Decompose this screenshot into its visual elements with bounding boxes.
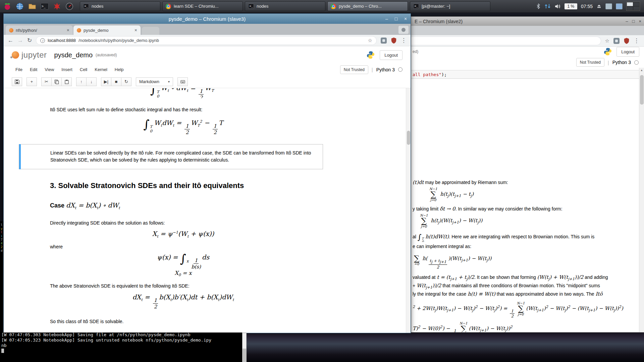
- scroll-up-icon[interactable]: ▲: [639, 68, 644, 72]
- formula-psi: ψ(x) = ∫x 1b(s)ds: [50, 253, 316, 270]
- eject-icon[interactable]: [596, 4, 602, 9]
- tab-close-icon[interactable]: ×: [135, 27, 137, 33]
- jupyter-menubar-fragment: Not Trusted | Python 3: [411, 57, 644, 68]
- logout-button[interactable]: Logout: [616, 47, 639, 57]
- chevron-down-icon: ▾: [168, 80, 170, 83]
- shield-extension-icon[interactable]: [624, 38, 630, 44]
- notebook-area[interactable]: ∫T0Wt ∘ dWt = 12WT2 Itô SDE uses left su…: [4, 88, 411, 333]
- forward-icon[interactable]: →: [17, 37, 23, 44]
- terminal-window[interactable]: [W 07:47:05.303 NotebookApp] Saving file…: [0, 333, 247, 362]
- math-line: N−1∑j=0 h(tj)(tj+1 − tj): [413, 187, 638, 202]
- page-info-icon[interactable]: i: [40, 38, 45, 43]
- scrollbar-thumb[interactable]: [243, 333, 246, 349]
- extension-icon[interactable]: [381, 38, 387, 44]
- taskbar-window-pi-master[interactable]: >_[pi@master: ~]: [410, 1, 490, 11]
- scrollbar-thumb[interactable]: [640, 75, 644, 105]
- tab-nfs-python[interactable]: nfs/python/ ×: [6, 25, 73, 35]
- tab-close-icon[interactable]: ×: [67, 27, 69, 33]
- terminal-launcher-icon[interactable]: >_: [40, 2, 49, 11]
- menu-file[interactable]: File: [12, 65, 26, 74]
- minimize-button[interactable]: –: [626, 19, 628, 24]
- display-tray-icon[interactable]: [605, 3, 612, 9]
- battery-indicator[interactable]: 1 %: [565, 3, 577, 9]
- menu-help[interactable]: Help: [111, 65, 127, 74]
- url-path: /notebooks/nfs/python/pysde_demo.ipynb: [78, 38, 159, 43]
- cell-type-dropdown[interactable]: Markdown▾: [136, 77, 173, 86]
- cut-cell-button[interactable]: ✂: [41, 77, 52, 86]
- not-trusted-button[interactable]: Not Trusted: [576, 58, 604, 67]
- window-chromium-slave2[interactable]: E – Chromium (slave2) – □ × ☆ ⋮ ed) Logo…: [411, 16, 644, 333]
- selected-markdown-cell[interactable]: Linear SDEs can be solved directly by th…: [19, 144, 323, 169]
- close-button[interactable]: ×: [402, 16, 409, 21]
- profile-icon[interactable]: [398, 26, 409, 34]
- gauge-app-icon[interactable]: [65, 2, 74, 11]
- window-chromium-slave3[interactable]: pysde_demo – Chromium (slave3) – □ × nfs…: [3, 13, 411, 333]
- section-heading: 3. Solvable Stratonovich SDEs and their …: [50, 181, 316, 190]
- jupyter-logo-text[interactable]: jupyter: [21, 50, 47, 60]
- restart-kernel-button[interactable]: ↻: [121, 77, 131, 86]
- web-browser-icon[interactable]: [15, 2, 24, 11]
- bluetooth-icon[interactable]: [536, 3, 541, 9]
- minimize-button[interactable]: –: [384, 16, 390, 21]
- not-trusted-button[interactable]: Not Trusted: [340, 65, 368, 74]
- browser-menu-icon[interactable]: ⋮: [634, 37, 639, 44]
- clock[interactable]: 07:55: [581, 4, 593, 9]
- copy-cell-button[interactable]: [51, 77, 62, 86]
- url-field[interactable]: [411, 37, 601, 45]
- address-bar: ← → ↻ i localhost:8888/notebooks/nfs/pyt…: [4, 35, 411, 46]
- menu-kernel[interactable]: Kernel: [91, 65, 111, 74]
- browser-menu-icon[interactable]: ⋮: [401, 37, 407, 44]
- taskbar-window-nodes-2[interactable]: >_nodes: [245, 1, 325, 11]
- menu-insert[interactable]: Insert: [58, 65, 76, 74]
- title-bar[interactable]: pysde_demo – Chromium (slave3) – □ ×: [4, 14, 411, 24]
- formula-solution: Xt = ψ−1(Wt + ψ(x)): [50, 230, 316, 239]
- add-cell-button[interactable]: +: [26, 77, 37, 86]
- formula-stratonovich-integral: ∫T0Wt ∘ dWt = 12WT2: [50, 88, 316, 98]
- vnc-tray-icon[interactable]: [616, 3, 623, 9]
- maximize-button[interactable]: □: [632, 19, 635, 24]
- file-manager-icon[interactable]: [28, 2, 37, 11]
- scrollbar[interactable]: [406, 88, 411, 333]
- scrollbar-thumb[interactable]: [407, 131, 410, 145]
- menu-cell[interactable]: Cell: [76, 65, 91, 74]
- menu-edit[interactable]: Edit: [26, 65, 41, 74]
- kernel-name: Python 3: [612, 60, 631, 65]
- paste-cell-button[interactable]: [61, 77, 72, 86]
- bookmark-star-icon[interactable]: ☆: [605, 38, 609, 44]
- url-field[interactable]: i localhost:8888/notebooks/nfs/python/py…: [36, 36, 377, 45]
- network-arrows-icon[interactable]: [544, 3, 551, 9]
- new-tab-button[interactable]: [142, 27, 159, 35]
- extension-icon[interactable]: [613, 38, 620, 44]
- bookmark-star-icon[interactable]: ☆: [368, 38, 372, 44]
- scrollbar[interactable]: ▲: [639, 68, 644, 332]
- interrupt-kernel-button[interactable]: ■: [111, 77, 121, 86]
- workspace-pager[interactable]: [626, 2, 640, 11]
- tab-pysde-demo[interactable]: pysde_demo ×: [73, 25, 141, 35]
- close-button[interactable]: ×: [639, 19, 641, 24]
- save-button[interactable]: [12, 77, 22, 86]
- volume-icon[interactable]: [554, 4, 561, 9]
- move-cell-down-button[interactable]: ↓: [86, 77, 97, 86]
- red-app-icon[interactable]: [52, 2, 62, 11]
- logout-button[interactable]: Logout: [380, 50, 402, 60]
- math-line: 2 + 2W(tj)W(tj+1) − W(tj)2 − W(tj)2) = 1…: [413, 302, 638, 318]
- command-palette-button[interactable]: [177, 77, 188, 86]
- jupyter-logo-icon[interactable]: [12, 51, 19, 59]
- move-cell-up-button[interactable]: ↑: [76, 77, 87, 86]
- title-bar[interactable]: E – Chromium (slave2) – □ ×: [411, 17, 644, 26]
- back-icon[interactable]: ←: [8, 37, 13, 44]
- taskbar-window-pysde-demo[interactable]: pysde_demo – Chro...: [327, 1, 408, 11]
- notebook-title[interactable]: pysde_demo: [54, 51, 93, 59]
- terminal-scrollbar[interactable]: [242, 333, 247, 362]
- run-cell-button[interactable]: ▶|: [101, 77, 111, 86]
- math-line: + W(tj+1))/2 that maintains all three co…: [413, 283, 638, 290]
- autosave-fragment: ed): [413, 49, 418, 54]
- shield-extension-icon[interactable]: [391, 37, 397, 44]
- maximize-button[interactable]: □: [393, 16, 399, 21]
- taskbar-window-learn-sde[interactable]: learn SDE – Chromiu...: [162, 1, 243, 11]
- menu-view[interactable]: View: [41, 65, 58, 74]
- markdown-paragraph: So this class of Itô SDE is solvable.: [50, 318, 316, 325]
- taskbar-window-nodes-1[interactable]: >_nodes: [80, 1, 160, 11]
- reload-icon[interactable]: ↻: [27, 37, 32, 44]
- raspberry-menu-icon[interactable]: [3, 2, 12, 11]
